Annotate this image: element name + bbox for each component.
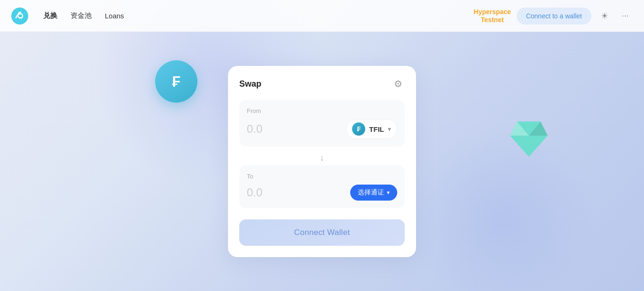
to-section: To 选择通证 ▾ <box>239 165 405 208</box>
from-row: ₣ TFIL ▾ <box>247 119 397 139</box>
to-amount-input[interactable] <box>247 186 303 199</box>
select-token-button[interactable]: 选择通证 ▾ <box>350 185 397 201</box>
nav-item-swap[interactable]: 兑换 <box>43 11 57 20</box>
theme-toggle-button[interactable]: ☀ <box>597 8 612 24</box>
connect-wallet-button[interactable]: Connect Wallet <box>239 219 405 246</box>
more-menu-button[interactable]: ··· <box>618 8 633 24</box>
gem-decoration <box>508 117 550 161</box>
to-row: 选择通证 ▾ <box>247 185 397 201</box>
tfil-token-name: TFIL <box>369 125 384 133</box>
main-content: ₣ Swap ⚙ From <box>0 32 644 291</box>
swap-title: Swap <box>239 79 261 89</box>
swap-direction-arrow[interactable]: ↓ <box>239 150 405 165</box>
select-token-chevron-icon: ▾ <box>387 189 390 196</box>
swap-card-header: Swap ⚙ <box>239 77 405 90</box>
svg-marker-3 <box>529 121 548 136</box>
svg-marker-2 <box>510 121 529 136</box>
nav-item-pool[interactable]: 资金池 <box>71 11 92 20</box>
from-amount-input[interactable] <box>247 122 303 136</box>
swap-card: Swap ⚙ From ₣ TFIL ▾ ↓ To <box>228 66 416 257</box>
select-token-label: 选择通证 <box>358 188 384 197</box>
settings-icon[interactable]: ⚙ <box>392 77 405 90</box>
nav-item-loans[interactable]: Loans <box>105 12 124 20</box>
navbar: 兑换 资金池 Loans Hyperspace Testnet Connect … <box>0 0 644 32</box>
nav-menu: 兑换 资金池 Loans <box>43 11 474 20</box>
svg-point-0 <box>11 8 28 24</box>
to-label: To <box>247 173 397 180</box>
svg-marker-1 <box>510 121 548 157</box>
coin-icon: ₣ <box>155 60 197 103</box>
navbar-right: Hyperspace Testnet Connect to a wallet ☀… <box>474 8 633 24</box>
coin-decoration: ₣ <box>155 60 197 103</box>
from-token-selector[interactable]: ₣ TFIL ▾ <box>346 119 397 139</box>
from-section: From ₣ TFIL ▾ <box>239 100 405 146</box>
token-chevron-icon: ▾ <box>388 125 391 133</box>
tfil-icon-letter: ₣ <box>357 125 361 133</box>
network-badge[interactable]: Hyperspace Testnet <box>474 8 511 24</box>
from-label: From <box>247 107 397 114</box>
connect-to-wallet-button[interactable]: Connect to a wallet <box>517 8 591 24</box>
logo[interactable] <box>11 8 28 24</box>
tfil-token-icon: ₣ <box>352 122 365 136</box>
